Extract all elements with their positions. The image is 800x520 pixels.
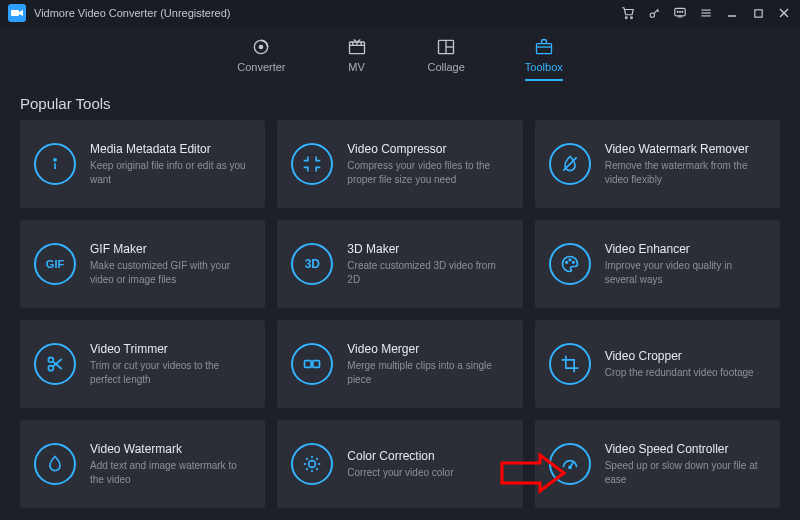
tab-label: Toolbox (525, 61, 563, 73)
minimize-icon[interactable] (724, 5, 740, 21)
tab-label: MV (348, 61, 365, 73)
cart-icon[interactable] (620, 5, 636, 21)
svg-point-1 (625, 17, 627, 19)
merge-icon (291, 343, 333, 385)
tool-title: Video Enhancer (605, 242, 766, 256)
tool-color-correction[interactable]: Color CorrectionCorrect your video color (277, 420, 522, 508)
tool-title: Video Merger (347, 342, 508, 356)
key-icon[interactable] (646, 5, 662, 21)
svg-point-29 (48, 366, 53, 371)
mv-icon (346, 36, 368, 58)
app-title: Vidmore Video Converter (Unregistered) (34, 7, 230, 19)
tool-3d-maker[interactable]: 3D 3D MakerCreate customized 3D video fr… (277, 220, 522, 308)
svg-point-2 (631, 17, 633, 19)
main-tabs: Converter MV Collage Toolbox (0, 26, 800, 81)
collage-icon (435, 36, 457, 58)
tab-label: Collage (428, 61, 465, 73)
svg-rect-21 (536, 44, 551, 54)
titlebar: Vidmore Video Converter (Unregistered) (0, 0, 800, 26)
tab-label: Converter (237, 61, 285, 73)
svg-point-45 (569, 466, 571, 468)
tool-desc: Trim or cut your videos to the perfect l… (90, 359, 251, 386)
tool-video-trimmer[interactable]: Video TrimmerTrim or cut your videos to … (20, 320, 265, 408)
svg-point-25 (565, 262, 567, 264)
tool-title: Video Cropper (605, 349, 754, 363)
tool-video-watermark[interactable]: Video WatermarkAdd text and image waterm… (20, 420, 265, 508)
svg-line-43 (316, 458, 318, 460)
svg-line-40 (306, 458, 308, 460)
svg-line-41 (316, 468, 318, 470)
svg-point-5 (677, 11, 678, 12)
tool-video-cropper[interactable]: Video CropperCrop the redundant video fo… (535, 320, 780, 408)
tool-video-merger[interactable]: Video MergerMerge multiple clips into a … (277, 320, 522, 408)
maximize-icon[interactable] (750, 5, 766, 21)
svg-point-27 (572, 262, 574, 264)
speedometer-icon (549, 443, 591, 485)
tool-video-enhancer[interactable]: Video EnhancerImprove your video quality… (535, 220, 780, 308)
svg-point-3 (650, 12, 654, 16)
tool-title: Media Metadata Editor (90, 142, 251, 156)
tool-title: 3D Maker (347, 242, 508, 256)
scissors-icon (34, 343, 76, 385)
tab-toolbox[interactable]: Toolbox (525, 36, 563, 81)
tool-desc: Keep original file info or edit as you w… (90, 159, 251, 186)
3d-icon: 3D (291, 243, 333, 285)
tool-video-compressor[interactable]: Video CompressorCompress your video file… (277, 120, 522, 208)
app-logo-icon (8, 4, 26, 22)
tool-media-metadata-editor[interactable]: Media Metadata EditorKeep original file … (20, 120, 265, 208)
remove-watermark-icon (549, 143, 591, 185)
tool-desc: Improve your video quality in several wa… (605, 259, 766, 286)
tool-video-speed-controller[interactable]: Video Speed ControllerSpeed up or slow d… (535, 420, 780, 508)
svg-rect-12 (754, 9, 761, 16)
svg-point-16 (260, 45, 263, 48)
tool-title: Video Trimmer (90, 342, 251, 356)
tool-desc: Create customized 3D video from 2D (347, 259, 508, 286)
svg-point-6 (680, 11, 681, 12)
svg-point-7 (682, 11, 683, 12)
svg-line-42 (306, 468, 308, 470)
gif-icon: GIF (34, 243, 76, 285)
tool-title: Video Watermark Remover (605, 142, 766, 156)
tool-title: GIF Maker (90, 242, 251, 256)
tool-title: Video Watermark (90, 442, 251, 456)
tool-title: Video Compressor (347, 142, 508, 156)
tab-converter[interactable]: Converter (237, 36, 285, 81)
svg-rect-0 (11, 10, 19, 16)
close-icon[interactable] (776, 5, 792, 21)
toolbox-icon (533, 36, 555, 58)
section-title: Popular Tools (0, 81, 800, 120)
svg-point-28 (48, 357, 53, 362)
tool-desc: Speed up or slow down your file at ease (605, 459, 766, 486)
tool-desc: Crop the redundant video footage (605, 366, 754, 380)
tools-grid: Media Metadata EditorKeep original file … (0, 120, 800, 520)
info-icon (34, 143, 76, 185)
converter-icon (250, 36, 272, 58)
tool-video-watermark-remover[interactable]: Video Watermark RemoverRemove the waterm… (535, 120, 780, 208)
droplet-icon (34, 443, 76, 485)
tool-title: Color Correction (347, 449, 453, 463)
tool-title: Video Speed Controller (605, 442, 766, 456)
tool-desc: Make customized GIF with your video or i… (90, 259, 251, 286)
crop-icon (549, 343, 591, 385)
menu-icon[interactable] (698, 5, 714, 21)
tab-mv[interactable]: MV (346, 36, 368, 81)
feedback-icon[interactable] (672, 5, 688, 21)
palette-icon (549, 243, 591, 285)
compress-icon (291, 143, 333, 185)
tool-desc: Compress your video files to the proper … (347, 159, 508, 186)
tool-desc: Remove the watermark from the video flex… (605, 159, 766, 186)
tab-collage[interactable]: Collage (428, 36, 465, 81)
sun-icon (291, 443, 333, 485)
tool-gif-maker[interactable]: GIF GIF MakerMake customized GIF with yo… (20, 220, 265, 308)
svg-rect-33 (313, 361, 320, 368)
tool-desc: Merge multiple clips into a single piece (347, 359, 508, 386)
svg-point-26 (569, 259, 571, 261)
svg-rect-32 (305, 361, 312, 368)
tool-desc: Add text and image watermark to the vide… (90, 459, 251, 486)
tool-desc: Correct your video color (347, 466, 453, 480)
svg-point-35 (309, 461, 316, 468)
svg-point-22 (54, 159, 56, 161)
